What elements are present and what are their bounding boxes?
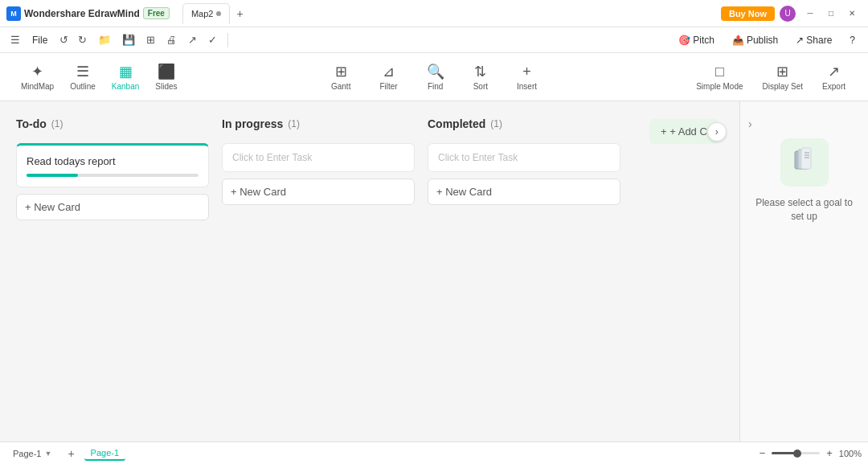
pitch-button[interactable]: 🎯 Pitch: [672, 32, 721, 48]
svg-rect-2: [801, 148, 811, 169]
pitch-icon: 🎯: [678, 35, 690, 46]
card-read-report[interactable]: Read todays report: [16, 143, 209, 187]
view-icon[interactable]: ⊞: [142, 31, 159, 48]
column-in-progress: In progress (1) Click to Enter Task + Ne…: [222, 117, 415, 425]
insert-label: Insert: [517, 82, 537, 91]
maximize-button[interactable]: □: [821, 6, 841, 22]
kanban-tool[interactable]: ▦ Kanban: [104, 60, 147, 94]
insert-icon: +: [522, 64, 531, 80]
undo-button[interactable]: ↺: [55, 31, 72, 48]
kanban-label: Kanban: [112, 82, 139, 91]
mindmap-tool[interactable]: ✦ MindMap: [13, 60, 62, 94]
gantt-label: Gantt: [331, 82, 350, 91]
toolbar-right: □ Simple Mode ⊞ Display Set ↗ Export: [686, 60, 855, 94]
zoom-level: 100%: [839, 449, 862, 458]
share-icon: ↗: [796, 35, 804, 46]
title-bar: M Wondershare EdrawMind Free Map2 + Buy …: [0, 0, 868, 27]
publish-label: Publish: [747, 35, 778, 46]
kanban-icon: ▦: [119, 63, 133, 80]
print-icon[interactable]: 🖨: [162, 31, 181, 48]
card-placeholder-inprogress[interactable]: Click to Enter Task: [222, 143, 415, 172]
column-completed-count: (1): [490, 118, 502, 129]
publish-icon: 📤: [732, 35, 744, 46]
zoom-slider[interactable]: [772, 452, 820, 454]
card-progress-fill: [27, 174, 78, 177]
mindmap-icon: ✦: [31, 63, 43, 80]
page-tab[interactable]: Page-1 ▼: [6, 447, 58, 460]
column-todo: To-do (1) Read todays report + New Card: [16, 117, 209, 425]
simple-mode-tool[interactable]: □ Simple Mode: [686, 60, 752, 94]
zoom-slider-thumb: [793, 450, 801, 458]
minimize-button[interactable]: ─: [800, 6, 820, 22]
share-button[interactable]: ↗ Share: [789, 32, 838, 48]
publish-button[interactable]: 📤 Publish: [726, 32, 784, 48]
display-set-tool[interactable]: ⊞ Display Set: [753, 60, 813, 94]
tab-label: Map2: [191, 9, 214, 18]
add-card-button-inprogress[interactable]: + New Card: [222, 179, 415, 205]
add-card-button-todo[interactable]: + New Card: [16, 194, 209, 220]
column-completed-header: Completed (1): [428, 117, 620, 137]
folder-icon[interactable]: 📁: [94, 31, 115, 48]
outline-tool[interactable]: ☰ Outline: [62, 60, 104, 94]
app-logo-icon: M: [6, 6, 21, 21]
export-icon: ↗: [828, 63, 840, 80]
card-task-text: Read todays report: [27, 155, 199, 167]
column-completed-title: Completed: [428, 117, 485, 130]
menu-file[interactable]: File: [27, 31, 52, 49]
export-tool[interactable]: ↗ Export: [813, 60, 855, 94]
filter-icon: ⊿: [383, 63, 395, 80]
main-toolbar: ✦ MindMap ☰ Outline ▦ Kanban ⬛ Slides ⊞ …: [0, 53, 868, 101]
mindmap-label: MindMap: [21, 82, 54, 91]
new-tab-button[interactable]: +: [231, 6, 248, 22]
active-page-label: Page-1: [91, 448, 119, 458]
collapse-arrow[interactable]: ›: [748, 117, 752, 130]
display-set-icon: ⊞: [776, 63, 788, 80]
help-button[interactable]: ?: [843, 32, 862, 48]
zoom-in-button[interactable]: +: [823, 446, 836, 461]
column-todo-header: To-do (1): [16, 117, 209, 137]
gantt-tool[interactable]: ⊞ Gantt: [321, 60, 360, 94]
add-page-button[interactable]: +: [64, 446, 77, 462]
outline-label: Outline: [70, 82, 96, 91]
export-icon[interactable]: ↗: [184, 31, 201, 48]
menu-bar: ☰ File ↺ ↻ 📁 💾 ⊞ 🖨 ↗ ✓ 🎯 Pitch 📤 Publish…: [0, 27, 868, 53]
card-progress-bar: [27, 174, 199, 177]
zoom-out-button[interactable]: −: [756, 446, 769, 461]
page-label: Page-1: [13, 449, 41, 458]
redo-button[interactable]: ↻: [74, 31, 91, 48]
goal-icon-container: [780, 138, 829, 187]
close-button[interactable]: ✕: [842, 6, 862, 22]
insert-tool[interactable]: + Insert: [507, 60, 547, 94]
display-set-label: Display Set: [763, 82, 804, 91]
nav-arrow[interactable]: ›: [707, 122, 727, 142]
zoom-slider-fill: [772, 452, 796, 454]
toolbar-left: ✦ MindMap ☰ Outline ▦ Kanban ⬛ Slides: [13, 60, 186, 94]
add-column-area: › + + Add C: [633, 117, 730, 425]
kanban-board: To-do (1) Read todays report + New Card …: [0, 101, 739, 441]
find-tool[interactable]: 🔍 Find: [417, 60, 454, 94]
menu-bar-right: 🎯 Pitch 📤 Publish ↗ Share ?: [672, 32, 862, 48]
export-label: Export: [822, 82, 845, 91]
buy-now-button[interactable]: Buy Now: [721, 6, 775, 21]
column-inprogress-count: (1): [288, 118, 300, 129]
goal-svg-icon: [788, 146, 821, 179]
share-icon[interactable]: ✓: [204, 31, 221, 48]
hamburger-icon[interactable]: ☰: [6, 31, 24, 48]
save-icon[interactable]: 💾: [118, 31, 139, 48]
add-card-button-completed[interactable]: + New Card: [428, 179, 620, 205]
active-tab[interactable]: Map2: [182, 3, 231, 24]
column-todo-count: (1): [51, 118, 63, 129]
slides-tool[interactable]: ⬛ Slides: [147, 60, 185, 94]
filter-tool[interactable]: ⊿ Filter: [370, 60, 407, 94]
active-page-tab[interactable]: Page-1: [84, 446, 125, 461]
column-completed: Completed (1) Click to Enter Task + New …: [428, 117, 620, 425]
slides-label: Slides: [155, 82, 177, 91]
bottom-bar: Page-1 ▼ + Page-1 − + 100%: [0, 441, 868, 464]
sort-tool[interactable]: ⇅ Sort: [464, 60, 497, 94]
add-column-label: + Add C: [669, 125, 707, 138]
separator: [227, 33, 228, 47]
simple-mode-icon: □: [715, 64, 724, 80]
page-dropdown-icon[interactable]: ▼: [44, 450, 51, 458]
user-avatar[interactable]: U: [780, 6, 796, 22]
card-placeholder-completed[interactable]: Click to Enter Task: [428, 143, 620, 172]
